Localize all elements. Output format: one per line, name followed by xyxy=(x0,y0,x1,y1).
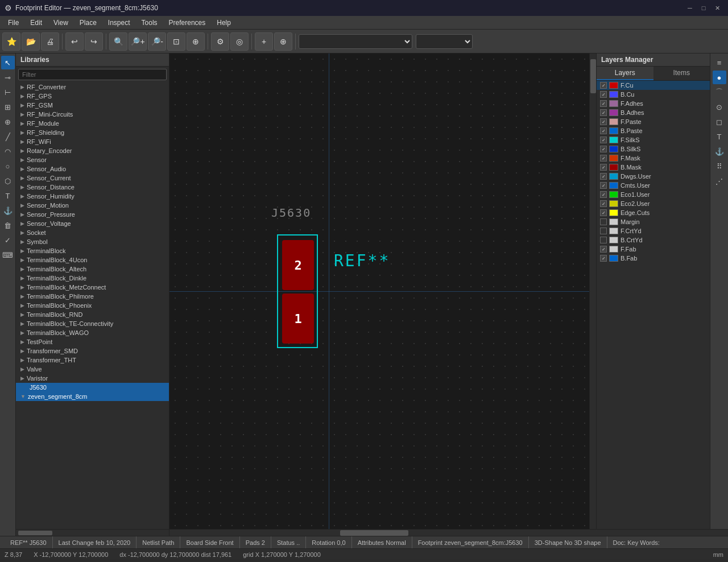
lib-item[interactable]: ▶ TerminalBlock_Altech xyxy=(16,265,169,274)
redo-button[interactable]: ↪ xyxy=(85,32,103,51)
select-tool[interactable]: ↖ xyxy=(1,56,15,69)
layer-visibility-checkbox[interactable] xyxy=(600,228,607,234)
menu-edit[interactable]: Edit xyxy=(24,16,48,30)
layer-visibility-checkbox[interactable]: ✓ xyxy=(600,82,607,89)
lib-item[interactable]: ▶ Sensor_Humidity xyxy=(16,192,169,201)
canvas-area[interactable]: J5630 REF** 2 1 xyxy=(169,53,589,529)
lib-item[interactable]: ▶ RF_WiFi xyxy=(16,137,169,146)
layer-visibility-checkbox[interactable]: ✓ xyxy=(600,255,607,262)
lib-item[interactable]: ▶ RF_Module xyxy=(16,119,169,128)
layer-visibility-checkbox[interactable]: ✓ xyxy=(600,137,607,143)
open-button[interactable]: 📂 xyxy=(22,32,40,51)
layer-row[interactable]: ✓F.Cu xyxy=(597,81,710,90)
lib-item[interactable]: ▶ RF_GSM xyxy=(16,101,169,110)
new-button[interactable]: ⭐ xyxy=(2,32,20,51)
anchor2-tool[interactable]: ⚓ xyxy=(713,144,726,158)
undo-button[interactable]: ↩ xyxy=(65,32,84,51)
route-button[interactable]: + xyxy=(255,32,273,51)
zoom-in-button[interactable]: 🔎+ xyxy=(129,32,147,51)
layer-row[interactable]: ✓Eco2.User xyxy=(597,199,710,208)
layer-row[interactable]: ✓F.Fab xyxy=(597,245,710,254)
lib-item[interactable]: ▶ TerminalBlock xyxy=(16,246,169,255)
menu-place[interactable]: Place xyxy=(74,16,102,30)
menu-tools[interactable]: Tools xyxy=(136,16,163,30)
maximize-button[interactable]: □ xyxy=(697,2,710,14)
drc-tool[interactable]: ✓ xyxy=(1,233,15,247)
layer-row[interactable]: ✓F.Adhes xyxy=(597,99,710,108)
lib-item[interactable]: ▶ TerminalBlock_Phoenix xyxy=(16,301,169,310)
layer-visibility-checkbox[interactable]: ✓ xyxy=(600,246,607,253)
tab-items[interactable]: Items xyxy=(653,67,710,80)
lib-item[interactable]: ▶ Sensor_Distance xyxy=(16,183,169,192)
via-button[interactable]: ⊕ xyxy=(274,32,292,51)
layer-visibility-checkbox[interactable]: ✓ xyxy=(600,146,607,152)
scrollbar-thumb-v[interactable] xyxy=(590,59,596,93)
print-button[interactable]: 🖨 xyxy=(41,32,59,51)
grid-select[interactable]: Grid: 1,2700 mm (50,00 mils) xyxy=(299,34,412,49)
lib-item[interactable]: ▶ Socket xyxy=(16,228,169,237)
layer-row[interactable]: ✓F.Mask xyxy=(597,154,710,163)
add-line-tool[interactable]: ╱ xyxy=(1,130,15,143)
add-pad-tool[interactable]: ⊕ xyxy=(1,115,15,129)
lib-sub-item-selected[interactable]: J5630 xyxy=(16,383,169,392)
layer-visibility-checkbox[interactable]: ✓ xyxy=(600,182,607,189)
lib-item[interactable]: ▶ TerminalBlock_RND xyxy=(16,310,169,319)
layer-row[interactable]: B.CrtYd xyxy=(597,235,710,245)
lib-item[interactable]: ▶ Valve xyxy=(16,365,169,374)
add-arc-tool[interactable]: ◠ xyxy=(1,144,15,158)
layer-row[interactable]: ✓B.Adhes xyxy=(597,108,710,117)
custom-tool[interactable]: ⋰ xyxy=(713,174,726,188)
add-anchor-tool[interactable]: ⚓ xyxy=(1,204,15,217)
add-circle-tool[interactable]: ○ xyxy=(1,159,15,173)
lib-item[interactable]: ▶ Transformer_SMD xyxy=(16,346,169,356)
menu-view[interactable]: View xyxy=(48,16,74,30)
via2-tool[interactable]: ⊙ xyxy=(713,100,726,114)
ratsnest-tool[interactable]: ● xyxy=(713,71,726,84)
lib-item[interactable]: ▶ Sensor_Current xyxy=(16,173,169,183)
zoom-out-button[interactable]: 🔎- xyxy=(148,32,166,51)
menu-inspect[interactable]: Inspect xyxy=(102,16,136,30)
layer-row[interactable]: F.CrtYd xyxy=(597,226,710,235)
layer-visibility-checkbox[interactable]: ✓ xyxy=(600,109,607,116)
grid-tool[interactable]: ⊞ xyxy=(1,100,15,114)
layer-row[interactable]: ✓B.Mask xyxy=(597,163,710,172)
layer-visibility-checkbox[interactable] xyxy=(600,237,607,243)
pad-props-button[interactable]: ◎ xyxy=(230,32,249,51)
layer-row[interactable]: ✓Eco1.User xyxy=(597,190,710,199)
copper-tool[interactable]: ⌒ xyxy=(713,85,726,99)
layer-visibility-checkbox[interactable] xyxy=(600,218,607,225)
delete-tool[interactable]: 🗑 xyxy=(1,218,15,232)
menu-help[interactable]: Help xyxy=(211,16,237,30)
scripting-tool[interactable]: ⌨ xyxy=(1,248,15,262)
layer-row[interactable]: ✓B.Cu xyxy=(597,90,710,99)
filter-input[interactable] xyxy=(18,69,167,80)
layer-visibility-checkbox[interactable]: ✓ xyxy=(600,164,607,171)
layer-row[interactable]: ✓F.Paste xyxy=(597,117,710,126)
add-polygon-tool[interactable]: ⬡ xyxy=(1,174,15,188)
lib-item[interactable]: ▶ Sensor xyxy=(16,155,169,164)
layer-visibility-checkbox[interactable]: ✓ xyxy=(600,91,607,98)
zoom-custom-button[interactable]: ⊕ xyxy=(187,32,205,51)
lib-item[interactable]: ▶ RF_Shielding xyxy=(16,128,169,137)
canvas-scrollbar-h[interactable] xyxy=(169,529,728,536)
lib-item[interactable]: ▶ TerminalBlock_WAGO xyxy=(16,328,169,337)
text2-tool[interactable]: T xyxy=(713,130,726,143)
canvas[interactable]: J5630 REF** 2 1 xyxy=(169,53,589,529)
canvas-scrollbar-v[interactable] xyxy=(589,53,596,529)
grid2-tool[interactable]: ⠿ xyxy=(713,159,726,173)
lib-item[interactable]: ▶ TerminalBlock_4Ucon xyxy=(16,255,169,265)
layer-row[interactable]: ✓B.Fab xyxy=(597,254,710,263)
layer-visibility-checkbox[interactable]: ✓ xyxy=(600,173,607,180)
search-button[interactable]: 🔍 xyxy=(109,32,127,51)
close-button[interactable]: ✕ xyxy=(711,2,723,14)
layer-visibility-checkbox[interactable]: ✓ xyxy=(600,127,607,134)
lib-item[interactable]: ▶ Sensor_Pressure xyxy=(16,210,169,219)
layer-visibility-checkbox[interactable]: ✓ xyxy=(600,118,607,125)
lib-item[interactable]: ▶ RF_GPS xyxy=(16,92,169,101)
lib-item[interactable]: ▶ TerminalBlock_TE-Connectivity xyxy=(16,319,169,328)
route-track-tool[interactable]: ⊸ xyxy=(1,71,15,84)
layer-row[interactable]: ✓Edge.Cuts xyxy=(597,208,710,217)
layer-row[interactable]: ✓Dwgs.User xyxy=(597,172,710,181)
lib-item[interactable]: ▶ TerminalBlock_Philmore xyxy=(16,292,169,301)
lib-item[interactable]: ▶ Sensor_Motion xyxy=(16,201,169,210)
